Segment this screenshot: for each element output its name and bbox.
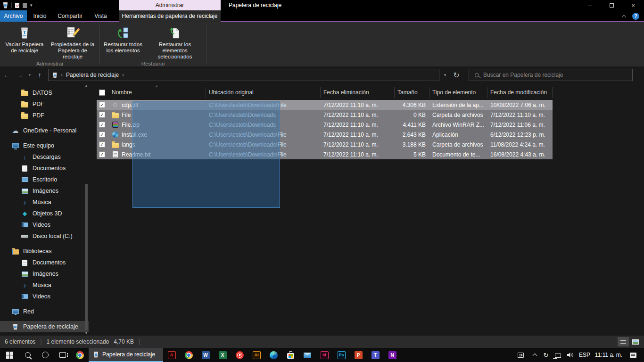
ribbon-tab-row: Archivo Inicio Compartir Vista Herramien… [0,10,644,22]
rename-quick-icon[interactable] [23,3,27,8]
details-view-button[interactable] [618,337,629,346]
sidebar-scrollbar[interactable]: ▲ ▼ [84,83,88,336]
task-view-button[interactable] [54,348,71,362]
clock[interactable]: 11:11 a. m. [593,348,624,362]
restore-selected-items-button[interactable]: Restaurar los elementos seleccionados [145,24,205,61]
thumbnails-view-button[interactable] [630,337,641,346]
close-button[interactable]: × [622,0,644,10]
sidebar-item-escritorio[interactable]: Escritorio [0,174,89,185]
properties-quick-icon[interactable] [15,3,19,8]
photoshop-taskbar-button[interactable]: Ps [333,348,350,362]
sidebar-item-musica[interactable]: ♪Música [0,197,89,208]
sidebar-item-imagenes[interactable]: Imágenes [0,185,89,197]
volume-tray-button[interactable] [564,348,576,362]
tab-inicio[interactable]: Inicio [27,10,53,22]
sidebar-item-datos[interactable]: DATOS [0,87,89,99]
row-checkbox[interactable]: ✓ [99,122,105,128]
column-header-ubicacion[interactable]: Ubicación original [206,87,321,98]
search-input[interactable] [483,72,632,78]
breadcrumb-separator-icon[interactable]: › [119,72,127,78]
recycle-bin-properties-button[interactable]: Propiedades de la Papelera de reciclaje [47,24,98,61]
teams-taskbar-button[interactable]: T [367,348,384,362]
customize-toolbar-icon[interactable]: ▾ [30,3,33,8]
scroll-up-icon[interactable]: ▲ [84,83,88,88]
sidebar-item-pdf[interactable]: PDF [0,110,89,121]
sidebar-item-videos-lib[interactable]: Videos [0,291,89,302]
recent-locations-icon[interactable]: ▾ [26,73,33,77]
sidebar-item-bibliotecas[interactable]: Bibliotecas [0,246,89,257]
3d-objects-icon: ◆ [21,210,29,218]
row-checkbox[interactable]: ✓ [99,132,105,138]
edge-taskbar-button[interactable] [265,348,282,362]
chrome-taskbar-button-2[interactable] [180,348,197,362]
active-task-papelera[interactable]: Papelera de reciclaje [89,348,163,362]
divider: | [40,338,41,345]
tab-compartir[interactable]: Compartir [53,10,87,22]
breadcrumb[interactable]: Papelera de reciclaje [66,72,119,78]
back-button[interactable]: ← [0,69,13,81]
row-checkbox[interactable]: ✓ [99,151,105,157]
sidebar-item-objetos-3d[interactable]: ◆Objetos 3D [0,208,89,219]
column-header-fecha-modificacion[interactable]: Fecha de modificación [487,87,553,98]
sidebar-item-este-equipo[interactable]: Este equipo [0,140,89,151]
news-widget-button[interactable] [512,348,529,362]
select-all-checkbox[interactable] [99,90,105,96]
sidebar-item-onedrive[interactable]: ☁OneDrive - Personal [0,125,89,136]
tab-archivo[interactable]: Archivo [0,10,27,22]
tab-vista[interactable]: Vista [87,10,114,22]
help-button[interactable]: ? [632,13,639,20]
music-icon: ♪ [21,198,29,206]
sidebar-item-videos[interactable]: Videos [0,219,89,230]
store-taskbar-button[interactable] [282,348,299,362]
up-button[interactable]: ↑ [33,69,46,81]
sidebar-item-musica-lib[interactable]: ♪Música [0,280,89,291]
restore-button[interactable] [601,0,622,10]
sidebar-item-descargas[interactable]: ↓Descargas [0,151,89,163]
taskbar-search-button[interactable] [19,348,36,362]
scrollbar-thumb[interactable] [85,184,88,330]
row-checkbox[interactable]: ✓ [99,141,105,148]
action-center-button[interactable] [624,348,642,362]
sync-tray-button[interactable]: ↻ [540,348,552,362]
sidebar-item-disco-local[interactable]: Disco local (C:) [0,230,89,242]
empty-recycle-bin-button[interactable]: Vaciar Papelera de reciclaje [2,24,47,55]
check-icon: ✓ [100,113,104,117]
restore-all-items-button[interactable]: Restaurar todos los elementos [101,24,145,55]
collapse-ribbon-icon[interactable] [622,15,627,19]
word-taskbar-button[interactable]: W [197,348,214,362]
sidebar-item-pdf[interactable]: PDF [0,99,89,110]
show-hidden-icons-button[interactable] [529,348,540,362]
column-header-tamano[interactable]: Tamaño [395,87,429,98]
chrome-taskbar-button[interactable] [71,348,89,362]
sidebar-item-red[interactable]: Red [0,306,89,317]
mail-taskbar-button[interactable] [299,348,316,362]
scroll-down-icon[interactable]: ▼ [84,331,88,336]
search-box[interactable] [469,69,633,81]
cortana-button[interactable] [36,348,54,362]
address-dropdown-icon[interactable]: ▾ [439,69,451,81]
start-button[interactable] [0,348,19,362]
row-checkbox[interactable]: ✓ [99,112,105,118]
onenote-taskbar-button[interactable]: N [384,348,401,362]
acrobat-taskbar-button[interactable]: A [163,348,180,362]
tab-herramientas-papelera[interactable]: Herramientas de papelera de reciclaje [119,10,221,22]
column-header-fecha-eliminacion[interactable]: Fecha eliminación [321,87,395,98]
row-checkbox[interactable]: ✓ [99,102,105,108]
sidebar-item-papelera[interactable]: Papelera de reciclaje [0,321,89,332]
language-indicator[interactable]: ESP [576,348,593,362]
excel-taskbar-button[interactable]: X [214,348,231,362]
refresh-icon[interactable]: ↻ [451,69,462,81]
videos-icon [21,293,29,301]
indesign-taskbar-button[interactable]: Id [316,348,333,362]
minimize-button[interactable]: – [579,0,601,10]
sidebar-item-imagenes-lib[interactable]: Imágenes [0,268,89,280]
illustrator-taskbar-button[interactable]: Ai [248,348,265,362]
network-tray-button[interactable] [552,348,564,362]
sidebar-item-documentos[interactable]: Documentos [0,163,89,174]
youtube-music-taskbar-button[interactable] [231,348,248,362]
powerpoint-taskbar-button[interactable]: P [350,348,367,362]
sidebar-item-documentos-lib[interactable]: Documentos [0,257,89,268]
column-header-tipo[interactable]: Tipo de elemento [429,87,487,98]
forward-button[interactable]: → [13,69,26,81]
address-bar[interactable]: › Papelera de reciclaje › [48,69,439,81]
